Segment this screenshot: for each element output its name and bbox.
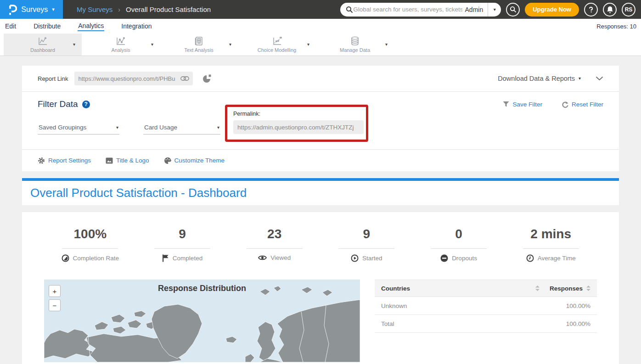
sort-arrows-icon[interactable] [535,286,540,291]
avatar-initials: RS [625,6,633,13]
toolbar-manage-data[interactable]: Manage Data [316,34,394,56]
responses-count: Responses: 10 [596,23,636,30]
breadcrumb-my-surveys[interactable]: My Surveys [77,6,112,13]
toolbar-dashboard[interactable]: Dashboard [4,34,82,56]
image-icon [106,157,113,164]
caret-down-icon[interactable] [229,42,231,47]
stat-value: 9 [136,227,229,241]
divider [154,248,210,249]
palette-icon [164,157,171,164]
stat-completed: 9 Completed [136,227,229,262]
toolbar-choice-modelling[interactable]: Choice Modelling [238,34,316,56]
document-table-icon [194,36,203,46]
line-chart-icon [38,37,48,46]
tab-integration[interactable]: Integration [121,22,152,31]
response-distribution-map[interactable]: + − Response Distribution [44,280,360,362]
table-row: Unknown 100.00% [375,297,597,315]
countries-header[interactable]: Countries [381,285,410,292]
gear-icon [38,157,45,164]
report-settings-label: Report Settings [48,157,91,164]
line-chart-dots-icon [116,37,126,46]
funnel-icon [503,101,509,107]
chevron-right-icon [118,6,120,13]
stat-value: 0 [413,227,505,241]
page-body: Report Link Download Data & Reports [0,56,641,364]
report-actions-row: Report Settings Title & Logo Customize T… [22,149,619,171]
stats-row: 100% Completion Rate 9 [44,227,597,262]
map-zoom-in-button[interactable]: + [49,285,61,297]
search-scope-dropdown[interactable] [488,3,501,17]
reset-filter-label: Reset Filter [572,101,603,108]
saved-groupings-label: Saved Groupings [39,124,86,131]
stat-label: Completed [173,255,202,262]
tab-edit[interactable]: Edit [5,22,17,31]
pie-report-icon[interactable] [202,74,212,84]
caret-down-icon[interactable] [151,42,153,47]
divider [247,248,303,249]
avatar[interactable]: RS [622,3,635,17]
countries-table: Countries Responses [375,280,597,362]
bell-icon [607,6,613,13]
refresh-icon [562,101,568,108]
toolbar-analysis[interactable]: Analysis [82,34,160,56]
report-link-field [74,72,193,85]
permalink-input[interactable] [233,120,364,134]
table-row: Total 100.00% [375,315,597,333]
title-logo-button[interactable]: Title & Logo [106,157,149,164]
report-link-label: Report Link [38,75,68,82]
surveys-menu[interactable]: Surveys [0,0,63,19]
responses-cell: 100.00% [566,320,590,327]
toolbar-text-analysis[interactable]: Text Analysis [160,34,238,56]
chevron-down-icon[interactable] [596,76,603,81]
card-usage-label: Card Usage [144,124,177,131]
caret-down-icon[interactable] [73,42,75,47]
chain-link-icon[interactable] [180,76,189,81]
stat-label: Started [362,255,382,262]
save-filter-label: Save Filter [512,101,542,108]
title-logo-label: Title & Logo [116,157,149,164]
report-settings-button[interactable]: Report Settings [38,157,91,164]
minus-circle-icon [440,254,448,262]
customize-theme-button[interactable]: Customize Theme [164,157,225,164]
upgrade-now-button[interactable]: Upgrade Now [525,3,579,17]
toolbar-label: Analysis [112,47,130,53]
help-button[interactable] [584,3,598,17]
global-search-input[interactable] [353,6,462,13]
play-circle-icon [351,254,359,262]
help-icon [587,6,595,13]
notifications-button[interactable] [603,3,617,17]
map-zoom-out-button[interactable]: − [49,299,61,311]
responses-header[interactable]: Responses [550,285,583,292]
eye-icon [258,255,267,261]
tab-distribute[interactable]: Distribute [33,22,61,31]
search-scope-label: Admin [462,6,488,13]
caret-down-icon[interactable] [307,42,309,47]
stat-completion-rate: 100% Completion Rate [44,227,136,262]
caret-down-icon [579,76,581,81]
survey-nav: Edit Distribute Analytics Integration Re… [0,19,641,34]
search-button[interactable] [506,3,520,17]
stat-dropouts: 0 Dropouts [413,227,505,262]
questionpro-p-logo [8,4,17,15]
analytics-toolbar: Dashboard Analysis Text Analysis Choice … [0,34,641,56]
report-link-input[interactable] [78,75,180,82]
clock-icon [526,254,534,262]
countries-table-header: Countries Responses [375,280,597,297]
card-usage-select[interactable]: Card Usage [143,124,220,134]
reset-filter-button[interactable]: Reset Filter [562,101,603,108]
stat-label: Dropouts [452,255,477,262]
download-data-reports-button[interactable]: Download Data & Reports [498,75,581,82]
save-filter-button[interactable]: Save Filter [503,101,542,108]
caret-down-icon [116,125,118,130]
stat-value: 2 mins [505,227,597,241]
question-circle-icon[interactable] [82,101,90,108]
tab-analytics[interactable]: Analytics [78,21,104,31]
sort-arrows-icon[interactable] [586,286,590,291]
toolbar-label: Text Analysis [184,47,214,53]
saved-groupings-select[interactable]: Saved Groupings [38,124,119,134]
stat-started: 9 Started [320,227,413,262]
caret-down-icon[interactable] [385,42,388,47]
toolbar-label: Manage Data [340,47,370,53]
stat-label: Completion Rate [73,255,119,262]
map-zoom-controls: + − [49,285,61,311]
